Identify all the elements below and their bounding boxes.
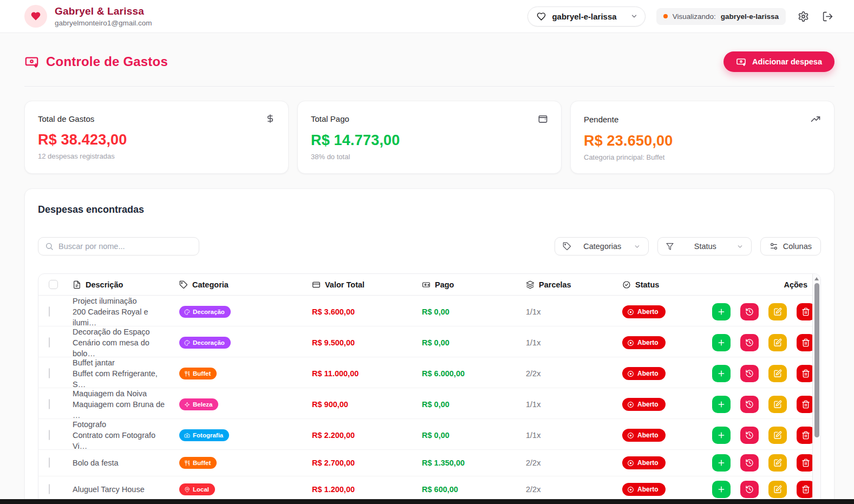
top-right-controls: gabryel-e-larissa Visualizando: gabryel-… [527,6,835,27]
row-checkbox[interactable] [49,484,50,494]
search-input[interactable] [58,242,192,251]
banknote-up-icon [422,280,431,289]
heart-outline-icon [537,12,546,21]
table-body: Project iluminação 200 Cadeiras Royal e … [38,296,820,503]
main-content: Controle de Gastos Adicionar despesa Tot… [0,51,854,504]
vertical-scrollbar[interactable] [812,274,820,503]
search-icon [45,242,54,251]
row-checkbox[interactable] [49,457,50,468]
history-button[interactable] [740,365,759,382]
row-checkbox[interactable] [49,399,50,409]
scrollbar-thumb[interactable] [814,283,819,437]
col-label: Parcelas [539,280,571,289]
map-pin-icon [184,487,190,493]
col-label: Ações [784,280,807,289]
add-payment-button[interactable] [712,427,731,444]
edit-button[interactable] [768,481,787,498]
bottom-scrollbar-track[interactable] [0,499,854,504]
select-all-cell [38,280,63,289]
card-subtitle: Categoria principal: Buffet [584,153,821,161]
row-checkbox[interactable] [49,430,50,440]
expense-paid: R$ 0,00 [413,400,517,409]
status-label: Aberto [637,401,659,408]
category-label: Beleza [193,401,212,408]
add-expense-button[interactable]: Adicionar despesa [723,51,835,72]
row-select-cell [38,338,63,348]
status-filter-label: Status [694,242,716,251]
palette-icon [184,340,190,346]
category-label: Fotografia [193,432,223,438]
columns-button[interactable]: Colunas [760,237,821,256]
history-icon [745,485,754,494]
row-actions [704,427,820,444]
edit-button[interactable] [768,365,787,382]
heart-icon [30,11,41,22]
edit-button[interactable] [768,396,787,413]
table-toolbar: Categorias Status [38,237,821,256]
history-button[interactable] [740,427,759,444]
scroll-up-arrow-icon[interactable] [814,277,819,280]
expense-description: Decoração do Espaço Cenário com mesa do … [63,326,170,359]
add-payment-button[interactable] [712,481,731,498]
history-button[interactable] [740,454,759,472]
row-checkbox[interactable] [49,306,50,317]
history-button[interactable] [740,481,759,498]
expense-description: Fotografo Contrato com Fotografo Vi… [63,419,170,451]
row-select-cell [38,307,63,317]
history-button[interactable] [740,303,759,320]
edit-icon [773,485,782,494]
select-all-checkbox[interactable] [49,280,58,289]
row-checkbox[interactable] [49,368,50,378]
utensils-icon [184,371,190,377]
history-icon [745,369,754,378]
summary-card: Total Pago R$ 14.773,00 38% do total [297,101,562,174]
plus-icon [717,485,726,494]
status-dot-icon [663,14,668,18]
expense-installments: 2/2x [517,485,613,494]
add-payment-button[interactable] [712,365,731,382]
col-categoria: Categoria [170,280,303,289]
history-button[interactable] [740,334,759,351]
settings-button[interactable] [797,10,810,23]
status-badge: Aberto [622,456,666,469]
status-filter[interactable]: Status [657,237,752,256]
category-badge: Decoração [179,337,231,349]
row-actions [704,454,820,472]
history-button[interactable] [740,396,759,413]
add-payment-button[interactable] [712,396,731,413]
edit-button[interactable] [768,427,787,444]
row-select-cell [38,369,63,378]
row-checkbox[interactable] [49,337,50,348]
circle-dot-icon [627,432,634,439]
category-badge: Buffet [179,457,217,469]
category-label: Decoração [193,339,225,346]
edit-button[interactable] [768,334,787,351]
expense-title: Project iluminação [73,296,170,306]
edit-icon [773,338,782,347]
couple-email: gabryelmonteiro1@gmail.com [55,19,152,27]
status-badge: Aberto [622,398,666,411]
categories-filter[interactable]: Categorias [555,237,649,256]
expense-row: Fotografo Contrato com Fotografo Vi… Fot… [38,419,820,450]
edit-button[interactable] [768,303,787,320]
categories-filter-label: Categorias [583,242,621,251]
add-payment-button[interactable] [712,454,731,472]
palette-icon [184,309,190,315]
add-payment-button[interactable] [712,303,731,320]
expense-title: Decoração do Espaço [73,326,170,337]
gear-icon [798,11,809,22]
logout-button[interactable] [821,10,835,23]
col-label: Descrição [86,280,123,289]
col-valor-total: Valor Total [303,280,413,289]
expense-subtitle: Cenário com mesa do bolo… [73,337,170,359]
add-payment-button[interactable] [712,334,731,351]
edit-button[interactable] [768,454,787,472]
row-select-cell [38,430,63,440]
expense-status-cell: Aberto [613,367,704,380]
layers-icon [526,280,534,289]
expense-total: R$ 9.500,00 [303,338,413,347]
workspace-selector[interactable]: gabryel-e-larissa [527,6,645,27]
trash-icon [801,431,810,440]
sliders-icon [770,242,778,251]
expense-category-cell: Buffet [170,457,303,469]
